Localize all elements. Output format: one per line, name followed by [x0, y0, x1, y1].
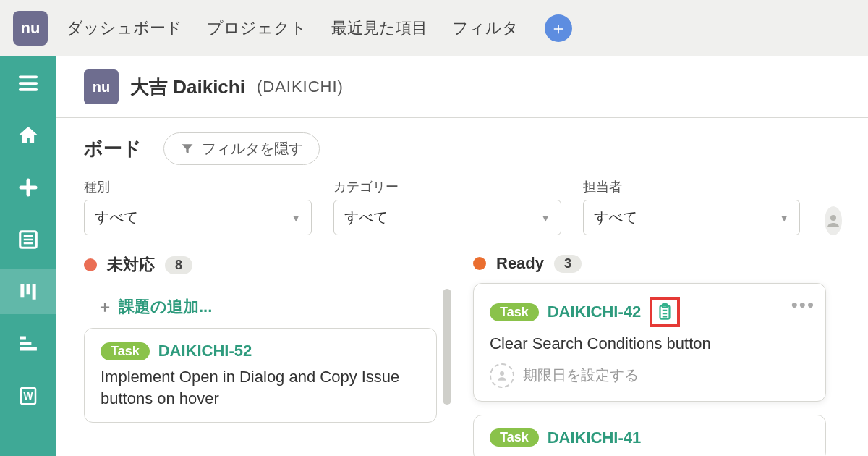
add-issue-label: 課題の追加...	[119, 296, 212, 318]
plus-icon: ＋	[550, 17, 567, 40]
app-logo[interactable]: nu	[13, 11, 48, 46]
column-header: 未対応 8	[84, 248, 451, 286]
svg-point-3	[830, 215, 836, 221]
sidebar: W	[0, 56, 56, 456]
column-header: Ready 3	[473, 248, 841, 283]
issue-type-tag: Task	[101, 342, 150, 360]
scrollbar[interactable]	[443, 289, 451, 405]
issue-card[interactable]: Task DAIKICHI-52 Implement Open in Dialo…	[84, 328, 437, 423]
svg-point-6	[500, 371, 504, 376]
filter-toggle-label: フィルタを隠す	[202, 139, 303, 159]
filter-toggle-button[interactable]: フィルタを隠す	[163, 132, 320, 165]
issue-key[interactable]: DAIKICHI-52	[158, 342, 252, 360]
clipboard-icon[interactable]	[655, 301, 674, 323]
add-issue-button[interactable]: ＋ 課題の追加...	[84, 286, 437, 328]
column-ready: Ready 3 ••• Task DAIKICHI-42 Clear Searc…	[473, 248, 841, 456]
user-icon	[825, 212, 842, 229]
card-due-row[interactable]: 期限日を設定する	[490, 363, 809, 388]
column-body: ＋ 課題の追加... Task DAIKICHI-52 Implement Op…	[84, 286, 451, 423]
issue-key[interactable]: DAIKICHI-41	[548, 428, 642, 447]
project-header: nu 大吉 Daikichi (DAIKICHI)	[56, 56, 868, 118]
board-icon[interactable]	[0, 269, 56, 314]
add-icon[interactable]	[16, 175, 41, 200]
filter-row: 種別 すべて ▼ カテゴリー すべて ▼ 担当者 すべて ▼	[56, 178, 868, 248]
issue-type-tag: Task	[490, 428, 539, 447]
board-title: ボード	[84, 136, 142, 161]
card-header: Task DAIKICHI-42	[490, 297, 809, 327]
status-dot	[84, 258, 97, 271]
nav-recent[interactable]: 最近見た項目	[326, 13, 433, 43]
nav-project[interactable]: プロジェクト	[201, 13, 312, 43]
column-count: 3	[554, 255, 582, 273]
chevron-down-icon: ▼	[779, 212, 789, 224]
kanban-columns: 未対応 8 ＋ 課題の追加... Task DAIKICHI-52 Implem…	[56, 248, 868, 456]
home-icon[interactable]	[16, 123, 41, 148]
issue-title: Implement Open in Dialog and Copy Issue …	[101, 366, 420, 409]
filter-assignee-value: すべて	[594, 208, 637, 227]
nav-dashboard[interactable]: ダッシュボード	[61, 13, 188, 43]
wiki-icon[interactable]: W	[16, 384, 41, 408]
topbar: nu ダッシュボード プロジェクト 最近見た項目 フィルタ ＋	[0, 0, 868, 56]
add-button[interactable]: ＋	[545, 14, 572, 42]
project-key: (DAIKICHI)	[257, 77, 344, 96]
project-title: 大吉 Daikichi	[130, 75, 245, 100]
card-more-button[interactable]: •••	[791, 294, 815, 316]
main: nu 大吉 Daikichi (DAIKICHI) ボード フィルタを隠す 種別…	[56, 56, 868, 456]
menu-icon[interactable]	[16, 71, 41, 96]
card-header: Task DAIKICHI-41	[490, 428, 809, 447]
filter-type-label: 種別	[84, 178, 312, 195]
gantt-icon[interactable]	[16, 332, 41, 356]
chevron-down-icon: ▼	[291, 212, 301, 224]
card-header: Task DAIKICHI-52	[101, 342, 420, 360]
due-label: 期限日を設定する	[523, 366, 639, 385]
unassigned-avatar[interactable]	[490, 363, 514, 388]
issue-key[interactable]: DAIKICHI-42	[548, 303, 642, 321]
plus-icon: ＋	[97, 296, 113, 318]
filter-type-value: すべて	[95, 208, 138, 227]
issue-type-tag: Task	[490, 303, 539, 321]
chevron-down-icon: ▼	[540, 212, 550, 224]
filter-category-select[interactable]: すべて ▼	[333, 200, 561, 235]
issue-card[interactable]: ••• Task DAIKICHI-42 Clear Search Condit…	[473, 283, 826, 402]
list-icon[interactable]	[16, 227, 41, 252]
copy-highlight	[650, 297, 680, 327]
nav-filter[interactable]: フィルタ	[446, 13, 524, 43]
issue-title: Clear Search Conditions button	[490, 333, 809, 355]
filter-type-select[interactable]: すべて ▼	[84, 200, 312, 235]
column-open: 未対応 8 ＋ 課題の追加... Task DAIKICHI-52 Implem…	[84, 248, 451, 456]
filter-assignee-select[interactable]: すべて ▼	[583, 200, 800, 235]
column-body: ••• Task DAIKICHI-42 Clear Search Condit…	[473, 283, 841, 456]
board-title-row: ボード フィルタを隠す	[56, 118, 868, 178]
filter-category-group: カテゴリー すべて ▼	[333, 178, 561, 235]
column-name: Ready	[496, 254, 544, 273]
status-dot	[473, 257, 486, 270]
filter-category-value: すべて	[344, 208, 388, 227]
column-count: 8	[165, 256, 192, 274]
project-logo: nu	[84, 69, 119, 104]
filter-type-group: 種別 すべて ▼	[84, 178, 312, 235]
filter-assignee-label: 担当者	[583, 178, 800, 195]
issue-card[interactable]: Task DAIKICHI-41	[473, 415, 826, 456]
filter-assignee-group: 担当者 すべて ▼	[583, 178, 800, 235]
filter-category-label: カテゴリー	[333, 178, 561, 195]
column-name: 未対応	[107, 254, 155, 276]
svg-text:W: W	[24, 391, 33, 402]
my-avatar-button[interactable]	[825, 206, 842, 235]
user-icon	[495, 369, 509, 382]
funnel-icon	[180, 142, 195, 156]
